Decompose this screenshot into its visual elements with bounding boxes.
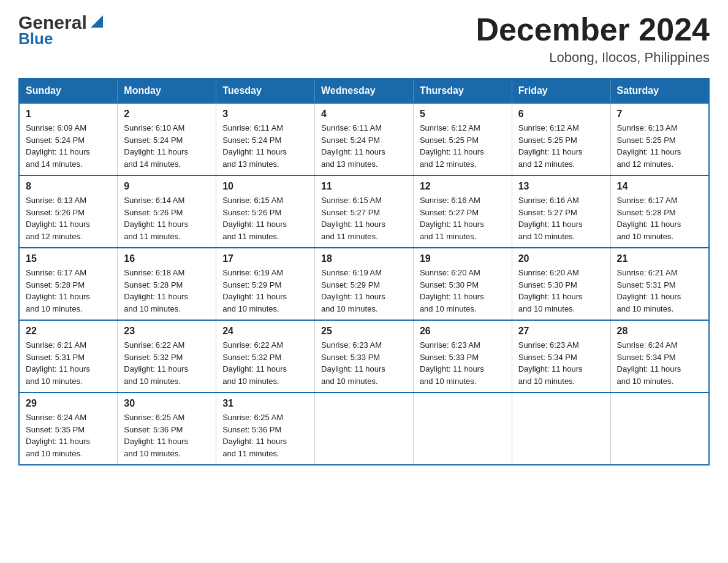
day-info: Sunrise: 6:24 AM Sunset: 5:34 PM Dayligh… — [617, 339, 702, 387]
day-info: Sunrise: 6:25 AM Sunset: 5:36 PM Dayligh… — [124, 412, 210, 459]
calendar-cell: 22 Sunrise: 6:21 AM Sunset: 5:31 PM Dayl… — [19, 320, 118, 393]
logo: General Blue — [18, 12, 105, 48]
calendar-cell: 23 Sunrise: 6:22 AM Sunset: 5:32 PM Dayl… — [118, 320, 216, 393]
day-info: Sunrise: 6:22 AM Sunset: 5:32 PM Dayligh… — [222, 339, 308, 387]
calendar-cell: 8 Sunrise: 6:13 AM Sunset: 5:26 PM Dayli… — [19, 175, 118, 248]
day-info: Sunrise: 6:15 AM Sunset: 5:27 PM Dayligh… — [321, 194, 407, 242]
day-info: Sunrise: 6:21 AM Sunset: 5:31 PM Dayligh… — [617, 267, 702, 315]
day-number: 29 — [26, 398, 111, 409]
day-info: Sunrise: 6:12 AM Sunset: 5:25 PM Dayligh… — [518, 122, 604, 170]
calendar-cell: 27 Sunrise: 6:23 AM Sunset: 5:34 PM Dayl… — [512, 320, 610, 393]
calendar-title: December 2024 — [476, 12, 710, 47]
calendar-header-row: Sunday Monday Tuesday Wednesday Thursday… — [19, 79, 709, 103]
calendar-cell: 9 Sunrise: 6:14 AM Sunset: 5:26 PM Dayli… — [118, 175, 216, 248]
calendar-cell — [610, 393, 709, 465]
day-number: 22 — [26, 326, 111, 337]
svg-marker-0 — [91, 15, 103, 28]
day-info: Sunrise: 6:11 AM Sunset: 5:24 PM Dayligh… — [321, 122, 407, 170]
calendar-cell: 16 Sunrise: 6:18 AM Sunset: 5:28 PM Dayl… — [118, 248, 216, 320]
day-info: Sunrise: 6:16 AM Sunset: 5:27 PM Dayligh… — [518, 194, 604, 242]
calendar-week-row: 15 Sunrise: 6:17 AM Sunset: 5:28 PM Dayl… — [19, 248, 709, 320]
day-info: Sunrise: 6:18 AM Sunset: 5:28 PM Dayligh… — [124, 267, 210, 315]
day-info: Sunrise: 6:23 AM Sunset: 5:33 PM Dayligh… — [321, 339, 407, 387]
calendar-cell: 31 Sunrise: 6:25 AM Sunset: 5:36 PM Dayl… — [216, 393, 315, 465]
day-number: 28 — [617, 326, 702, 337]
day-number: 3 — [222, 109, 308, 120]
calendar-cell: 13 Sunrise: 6:16 AM Sunset: 5:27 PM Dayl… — [512, 175, 610, 248]
day-info: Sunrise: 6:09 AM Sunset: 5:24 PM Dayligh… — [26, 122, 111, 170]
day-info: Sunrise: 6:13 AM Sunset: 5:25 PM Dayligh… — [617, 122, 702, 170]
calendar-cell: 2 Sunrise: 6:10 AM Sunset: 5:24 PM Dayli… — [118, 103, 216, 175]
day-number: 25 — [321, 326, 407, 337]
day-info: Sunrise: 6:20 AM Sunset: 5:30 PM Dayligh… — [518, 267, 604, 315]
calendar-cell: 10 Sunrise: 6:15 AM Sunset: 5:26 PM Dayl… — [216, 175, 315, 248]
day-number: 2 — [124, 109, 210, 120]
day-number: 19 — [420, 253, 506, 264]
calendar-cell: 20 Sunrise: 6:20 AM Sunset: 5:30 PM Dayl… — [512, 248, 610, 320]
calendar-cell: 7 Sunrise: 6:13 AM Sunset: 5:25 PM Dayli… — [610, 103, 709, 175]
day-number: 26 — [420, 326, 506, 337]
day-info: Sunrise: 6:10 AM Sunset: 5:24 PM Dayligh… — [124, 122, 210, 170]
calendar-cell: 25 Sunrise: 6:23 AM Sunset: 5:33 PM Dayl… — [315, 320, 414, 393]
header-wednesday: Wednesday — [315, 79, 414, 103]
calendar-cell: 28 Sunrise: 6:24 AM Sunset: 5:34 PM Dayl… — [610, 320, 709, 393]
calendar-cell — [413, 393, 512, 465]
day-number: 15 — [26, 253, 111, 264]
day-info: Sunrise: 6:21 AM Sunset: 5:31 PM Dayligh… — [26, 339, 111, 387]
calendar-cell: 4 Sunrise: 6:11 AM Sunset: 5:24 PM Dayli… — [315, 103, 414, 175]
day-info: Sunrise: 6:19 AM Sunset: 5:29 PM Dayligh… — [321, 267, 407, 315]
day-number: 20 — [518, 253, 604, 264]
day-number: 30 — [124, 398, 210, 409]
day-info: Sunrise: 6:19 AM Sunset: 5:29 PM Dayligh… — [222, 267, 308, 315]
day-info: Sunrise: 6:20 AM Sunset: 5:30 PM Dayligh… — [420, 267, 506, 315]
calendar-week-row: 8 Sunrise: 6:13 AM Sunset: 5:26 PM Dayli… — [19, 175, 709, 248]
calendar-cell — [315, 393, 414, 465]
day-number: 1 — [26, 109, 111, 120]
calendar-cell — [512, 393, 610, 465]
calendar-cell: 14 Sunrise: 6:17 AM Sunset: 5:28 PM Dayl… — [610, 175, 709, 248]
day-info: Sunrise: 6:17 AM Sunset: 5:28 PM Dayligh… — [26, 267, 111, 315]
header-saturday: Saturday — [610, 79, 709, 103]
calendar-week-row: 22 Sunrise: 6:21 AM Sunset: 5:31 PM Dayl… — [19, 320, 709, 393]
day-number: 10 — [222, 181, 308, 192]
day-info: Sunrise: 6:23 AM Sunset: 5:34 PM Dayligh… — [518, 339, 604, 387]
day-info: Sunrise: 6:14 AM Sunset: 5:26 PM Dayligh… — [124, 194, 210, 242]
title-block: December 2024 Lobong, Ilocos, Philippine… — [476, 12, 710, 66]
day-info: Sunrise: 6:22 AM Sunset: 5:32 PM Dayligh… — [124, 339, 210, 387]
day-number: 23 — [124, 326, 210, 337]
day-info: Sunrise: 6:16 AM Sunset: 5:27 PM Dayligh… — [420, 194, 506, 242]
calendar-cell: 30 Sunrise: 6:25 AM Sunset: 5:36 PM Dayl… — [118, 393, 216, 465]
header-friday: Friday — [512, 79, 610, 103]
day-info: Sunrise: 6:13 AM Sunset: 5:26 PM Dayligh… — [26, 194, 111, 242]
day-number: 5 — [420, 109, 506, 120]
day-number: 8 — [26, 181, 111, 192]
calendar-cell: 18 Sunrise: 6:19 AM Sunset: 5:29 PM Dayl… — [315, 248, 414, 320]
day-info: Sunrise: 6:25 AM Sunset: 5:36 PM Dayligh… — [222, 412, 308, 459]
day-number: 17 — [222, 253, 308, 264]
header-tuesday: Tuesday — [216, 79, 315, 103]
day-number: 4 — [321, 109, 407, 120]
day-info: Sunrise: 6:24 AM Sunset: 5:35 PM Dayligh… — [26, 412, 111, 459]
day-number: 27 — [518, 326, 604, 337]
calendar-week-row: 1 Sunrise: 6:09 AM Sunset: 5:24 PM Dayli… — [19, 103, 709, 175]
day-number: 11 — [321, 181, 407, 192]
logo-triangle-icon — [88, 13, 105, 30]
calendar-cell: 24 Sunrise: 6:22 AM Sunset: 5:32 PM Dayl… — [216, 320, 315, 393]
day-info: Sunrise: 6:17 AM Sunset: 5:28 PM Dayligh… — [617, 194, 702, 242]
calendar-cell: 15 Sunrise: 6:17 AM Sunset: 5:28 PM Dayl… — [19, 248, 118, 320]
calendar-cell: 5 Sunrise: 6:12 AM Sunset: 5:25 PM Dayli… — [413, 103, 512, 175]
day-info: Sunrise: 6:23 AM Sunset: 5:33 PM Dayligh… — [420, 339, 506, 387]
calendar-week-row: 29 Sunrise: 6:24 AM Sunset: 5:35 PM Dayl… — [19, 393, 709, 465]
day-info: Sunrise: 6:15 AM Sunset: 5:26 PM Dayligh… — [222, 194, 308, 242]
calendar-cell: 6 Sunrise: 6:12 AM Sunset: 5:25 PM Dayli… — [512, 103, 610, 175]
day-number: 12 — [420, 181, 506, 192]
day-number: 31 — [222, 398, 308, 409]
calendar-cell: 29 Sunrise: 6:24 AM Sunset: 5:35 PM Dayl… — [19, 393, 118, 465]
day-number: 24 — [222, 326, 308, 337]
calendar-table: Sunday Monday Tuesday Wednesday Thursday… — [18, 78, 710, 465]
logo-blue-text: Blue — [18, 29, 53, 48]
header-monday: Monday — [118, 79, 216, 103]
calendar-cell: 21 Sunrise: 6:21 AM Sunset: 5:31 PM Dayl… — [610, 248, 709, 320]
day-number: 7 — [617, 109, 702, 120]
page-header: General Blue December 2024 Lobong, Iloco… — [18, 12, 710, 66]
